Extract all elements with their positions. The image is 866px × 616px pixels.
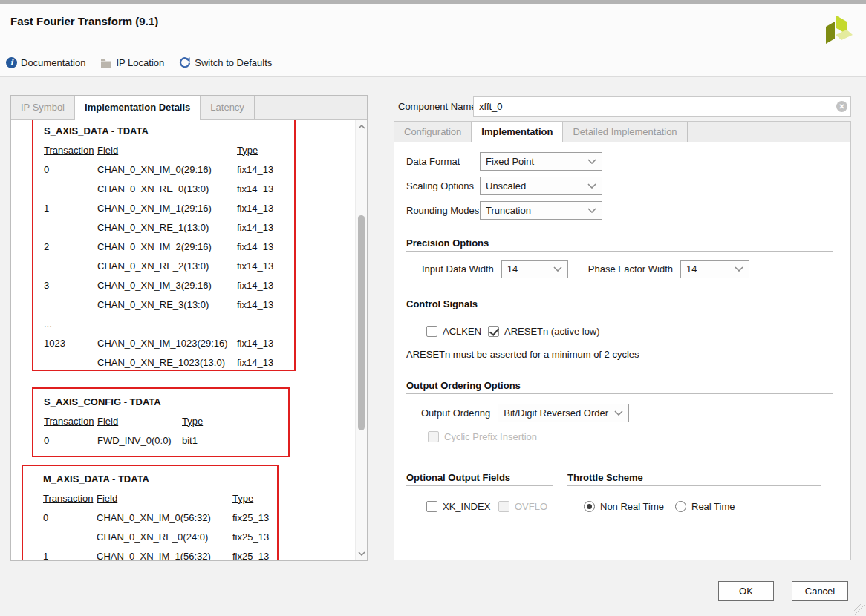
page-title: Fast Fourier Transform (9.1) [10, 15, 158, 27]
right-tabbar: Configuration Implementation Detailed Im… [394, 121, 851, 142]
selected-value: Truncation [486, 205, 531, 216]
column-header[interactable]: Type [182, 416, 288, 427]
rounding-modes-select[interactable]: Truncation [480, 201, 602, 220]
aclken-checkbox[interactable]: ACLKEN [426, 326, 481, 337]
table-cell: CHAN_0_XN_RE_1(13:0) [97, 222, 237, 233]
highlight-box-s-axis-config: S_AXIS_CONFIG - TDATA TransactionFieldTy… [32, 387, 290, 457]
column-header[interactable]: Field [97, 493, 232, 504]
table-cell: CHAN_0_XN_RE_1023(13:0) [97, 357, 237, 368]
column-header[interactable]: Transaction [43, 493, 97, 504]
resize-grip[interactable] [854, 604, 865, 615]
scrollbar-thumb[interactable] [358, 215, 365, 430]
data-format-select[interactable]: Fixed Point [480, 152, 602, 171]
ip-customization-dialog: Fast Fourier Transform (9.1) i Documenta… [0, 0, 866, 616]
implementation-details-panel: IP Symbol Implementation Details Latency… [10, 95, 368, 561]
component-name-label: Component Name [398, 101, 477, 112]
table-cell: CHAN_0_XN_RE_0(13:0) [97, 183, 237, 194]
control-signals-title: Control Signals [406, 298, 478, 309]
signal-table: TransactionFieldType0CHAN_0_XN_IM_0(56:3… [43, 488, 277, 560]
tab-detailed-implementation[interactable]: Detailed Implementation [563, 122, 687, 142]
ip-location-button[interactable]: IP Location [100, 57, 164, 68]
tab-ip-symbol[interactable]: IP Symbol [11, 96, 74, 119]
scroll-down-arrow-icon[interactable] [356, 548, 367, 559]
toolbar: i Documentation IP Location Switch to De… [6, 56, 272, 68]
table-cell: CHAN_0_XN_RE_0(24:0) [97, 531, 232, 543]
table-cell: CHAN_0_XN_RE_2(13:0) [97, 261, 237, 272]
tab-implementation[interactable]: Implementation [471, 122, 563, 142]
tab-latency[interactable]: Latency [201, 96, 255, 119]
phase-factor-width-select[interactable]: 14 [680, 260, 749, 278]
section-divider [406, 393, 833, 394]
table-cell: fix25_13 [232, 531, 277, 543]
tab-implementation-details[interactable]: Implementation Details [74, 96, 201, 120]
checkbox-disabled-icon [428, 431, 439, 442]
input-data-width-select[interactable]: 14 [501, 260, 568, 278]
vertical-scrollbar[interactable] [355, 120, 367, 560]
data-format-row: Data Format Fixed Point [406, 152, 602, 171]
ok-button[interactable]: OK [718, 581, 774, 601]
xk-index-checkbox[interactable]: XK_INDEX [426, 501, 490, 512]
column-header[interactable]: Field [97, 416, 182, 427]
table-cell: ... [44, 318, 97, 330]
phase-factor-width-label: Phase Factor Width [588, 263, 673, 275]
signal-table: TransactionFieldType0CHAN_0_XN_IM_0(29:1… [44, 140, 294, 372]
switch-to-defaults-label: Switch to Defaults [195, 57, 272, 68]
rounding-modes-row: Rounding Modes Truncation [406, 201, 602, 220]
table-cell: fix14_13 [237, 203, 294, 214]
selected-value: Bit/Digit Reversed Order [504, 407, 608, 419]
table-cell: 1 [43, 551, 97, 561]
folder-icon [100, 58, 112, 68]
selected-value: 14 [686, 263, 697, 275]
column-header[interactable]: Field [97, 145, 237, 156]
aclken-label: ACLKEN [443, 326, 481, 337]
tab-configuration[interactable]: Configuration [394, 122, 471, 142]
column-header[interactable]: Type [232, 493, 277, 504]
section-divider [406, 485, 553, 486]
table-cell: CHAN_0_XN_IM_2(29:16) [97, 241, 237, 252]
input-data-width-row: Input Data Width 14 Phase Factor Width 1… [422, 260, 749, 278]
selected-value: Fixed Point [486, 156, 534, 167]
implementation-details-content: S_AXIS_DATA - TDATA TransactionFieldType… [11, 120, 367, 560]
checkbox-checked-icon [488, 326, 499, 337]
column-header[interactable]: Transaction [44, 416, 97, 427]
checkbox-disabled-icon [498, 501, 509, 512]
aresetn-checkbox[interactable]: ARESETn (active low) [488, 326, 600, 337]
table-title: S_AXIS_CONFIG - TDATA [44, 395, 288, 411]
input-data-width-label: Input Data Width [422, 263, 494, 275]
output-ordering-select[interactable]: Bit/Digit Reversed Order [498, 404, 629, 422]
scaling-options-row: Scaling Options Unscaled [406, 177, 602, 195]
column-header[interactable]: Transaction [44, 145, 97, 156]
scaling-options-select[interactable]: Unscaled [480, 177, 602, 195]
scroll-up-arrow-icon[interactable] [356, 122, 367, 132]
component-name-input[interactable] [473, 96, 851, 117]
table-cell: 3 [44, 280, 97, 291]
documentation-button[interactable]: i Documentation [6, 57, 85, 68]
ip-location-label: IP Location [116, 57, 164, 68]
cancel-button[interactable]: Cancel [792, 581, 848, 601]
signal-table: TransactionFieldType0FWD_INV_0(0:0)bit1 [44, 411, 288, 450]
radio-selected-icon [584, 501, 595, 512]
clear-input-icon[interactable]: ✕ [836, 101, 847, 112]
table-cell: fix14_13 [237, 241, 294, 252]
table-cell: fix14_13 [237, 222, 294, 233]
table-cell: fix14_13 [237, 299, 294, 310]
switch-to-defaults-button[interactable]: Switch to Defaults [179, 56, 272, 68]
table-cell: CHAN_0_XN_IM_1023(29:16) [97, 338, 237, 349]
output-ordering-row: Output Ordering Bit/Digit Reversed Order [421, 404, 629, 422]
throttle-scheme-title: Throttle Scheme [567, 472, 643, 483]
table-cell: fix14_13 [237, 357, 294, 368]
non-real-time-radio[interactable]: Non Real Time [584, 501, 664, 512]
table-cell: 0 [44, 164, 97, 175]
refresh-icon [179, 56, 191, 68]
table-cell: 1023 [44, 338, 97, 349]
scaling-options-label: Scaling Options [406, 180, 480, 191]
non-real-time-label: Non Real Time [600, 501, 664, 512]
real-time-radio[interactable]: Real Time [675, 501, 735, 512]
rounding-modes-label: Rounding Modes [406, 205, 480, 216]
table-cell: fix14_13 [237, 183, 294, 194]
table-cell: 1 [44, 203, 97, 214]
cyclic-prefix-label: Cyclic Prefix Insertion [444, 431, 537, 442]
table-cell: fix25_13 [232, 551, 277, 561]
checkbox-icon [426, 326, 437, 337]
column-header[interactable]: Type [237, 145, 294, 156]
